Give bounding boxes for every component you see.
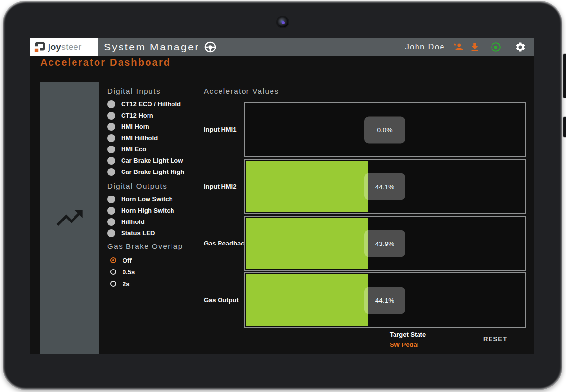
- bar-fill: [246, 218, 368, 269]
- user-name: John Doe: [405, 43, 445, 51]
- bar-row-input-hmi2: Input HMI2 44.1%: [204, 159, 527, 214]
- digital-output-label: Horn Low Switch: [121, 196, 172, 203]
- front-camera: [277, 17, 288, 27]
- logo-text: joysteer: [48, 42, 81, 52]
- joysteer-logo: joysteer: [30, 38, 98, 56]
- radio-icon[interactable]: [110, 269, 116, 275]
- accelerator-bars: Input HMI1 0.0% Input HMI2 44.1% Gas Rea…: [204, 102, 527, 329]
- radio-option-off[interactable]: Off: [110, 254, 135, 266]
- led-indicator: [107, 146, 115, 153]
- steering-wheel-icon: [204, 41, 217, 53]
- led-indicator: [107, 157, 115, 165]
- bar-gauge: 44.1%: [244, 272, 526, 328]
- bar-label: Gas Readback: [204, 216, 244, 271]
- digital-input-row: CT12 ECO / Hillhold: [107, 98, 184, 110]
- digital-input-label: HMI Hillhold: [121, 134, 158, 142]
- download-icon[interactable]: [469, 41, 480, 53]
- header-bar: joysteer System Manager John Doe: [30, 38, 534, 56]
- digital-output-row: Status LED: [107, 227, 174, 239]
- gas-brake-overlap-options: Off 0.5s 2s: [110, 254, 135, 290]
- screen: joysteer System Manager John Doe: [30, 38, 534, 354]
- bar-fill: [246, 274, 368, 326]
- led-indicator: [107, 123, 115, 131]
- digital-input-label: HMI Horn: [121, 123, 149, 130]
- digital-output-label: Status LED: [121, 229, 155, 237]
- digital-output-label: Hillhold: [121, 218, 145, 225]
- gas-brake-overlap-heading: Gas Brake Overlap: [107, 242, 183, 250]
- radio-label: Off: [123, 257, 132, 264]
- gear-icon[interactable]: [515, 41, 526, 53]
- digital-input-label: Car Brake Light Low: [121, 157, 183, 164]
- bar-label: Input HMI2: [204, 159, 244, 214]
- sidebar-item-dashboard[interactable]: [40, 82, 99, 354]
- digital-input-row: HMI Hillhold: [107, 132, 184, 144]
- led-indicator: [107, 218, 115, 226]
- volume-button: [563, 54, 566, 98]
- target-state: Target State SW Pedal: [390, 331, 426, 348]
- led-indicator: [107, 229, 115, 237]
- radio-option-05s[interactable]: 0.5s: [110, 266, 135, 278]
- bar-value-badge: 0.0%: [364, 116, 405, 143]
- radio-label: 0.5s: [123, 269, 135, 276]
- bar-value-badge: 44.1%: [364, 173, 405, 200]
- digital-output-label: Horn High Switch: [121, 207, 174, 214]
- target-state-value: SW Pedal: [390, 341, 426, 348]
- user-star-icon[interactable]: [452, 41, 465, 53]
- bar-row-input-hmi1: Input HMI1 0.0%: [204, 102, 527, 157]
- power-button: [563, 117, 566, 137]
- led-indicator: [107, 100, 115, 108]
- digital-input-row: HMI Horn: [107, 121, 184, 132]
- radio-icon[interactable]: [110, 281, 116, 287]
- digital-output-row: Hillhold: [107, 216, 174, 227]
- page-title: Accelerator Dashboard: [40, 57, 171, 68]
- digital-outputs-heading: Digital Outputs: [107, 182, 167, 190]
- header-actions: John Doe: [405, 41, 534, 53]
- reset-button[interactable]: RESET: [480, 333, 510, 344]
- logo-joy: joy: [48, 42, 61, 52]
- bar-label: Input HMI1: [204, 102, 244, 157]
- bar-row-gas-readback: Gas Readback 43.9%: [204, 216, 527, 271]
- digital-input-label: Car Brake Light High: [121, 168, 184, 175]
- status-ring-icon[interactable]: [490, 41, 502, 53]
- digital-input-row: HMI Eco: [107, 144, 184, 155]
- digital-input-label: HMI Eco: [121, 146, 146, 153]
- joysteer-logo-icon: [34, 41, 46, 53]
- bar-value-badge: 44.1%: [364, 287, 405, 314]
- digital-input-row: CT12 Horn: [107, 110, 184, 121]
- digital-input-row: Car Brake Light Low: [107, 155, 184, 166]
- led-indicator: [107, 207, 115, 215]
- app-title: System Manager: [104, 41, 199, 53]
- bar-gauge: 44.1%: [244, 159, 526, 214]
- led-indicator: [107, 168, 115, 176]
- accelerator-values-heading: Accelerator Values: [204, 87, 279, 95]
- bar-gauge: 0.0%: [244, 102, 526, 157]
- bar-row-gas-output: Gas Output 44.1%: [204, 272, 527, 328]
- led-indicator: [107, 112, 115, 120]
- digital-output-row: Horn Low Switch: [107, 194, 174, 205]
- led-indicator: [107, 134, 115, 142]
- digital-input-label: CT12 Horn: [121, 112, 153, 119]
- bar-label: Gas Output: [204, 272, 244, 328]
- digital-input-row: Car Brake Light High: [107, 166, 184, 177]
- radio-icon[interactable]: [110, 257, 116, 263]
- tablet-frame: joysteer System Manager John Doe: [3, 1, 562, 390]
- digital-output-row: Horn High Switch: [107, 205, 174, 216]
- bar-fill: [246, 161, 368, 212]
- trending-up-icon: [51, 202, 88, 234]
- bar-value-badge: 43.9%: [364, 230, 405, 257]
- bar-gauge: 43.9%: [244, 216, 526, 271]
- radio-option-2s[interactable]: 2s: [110, 278, 135, 290]
- radio-label: 2s: [123, 280, 129, 288]
- digital-outputs-list: Horn Low Switch Horn High Switch Hillhol…: [107, 194, 174, 239]
- digital-inputs-heading: Digital Inputs: [107, 87, 161, 95]
- logo-steer: steer: [61, 42, 82, 52]
- digital-input-label: CT12 ECO / Hillhold: [121, 100, 181, 108]
- digital-inputs-list: CT12 ECO / Hillhold CT12 Horn HMI Horn H…: [107, 98, 184, 177]
- led-indicator: [107, 196, 115, 203]
- target-state-label: Target State: [390, 331, 426, 338]
